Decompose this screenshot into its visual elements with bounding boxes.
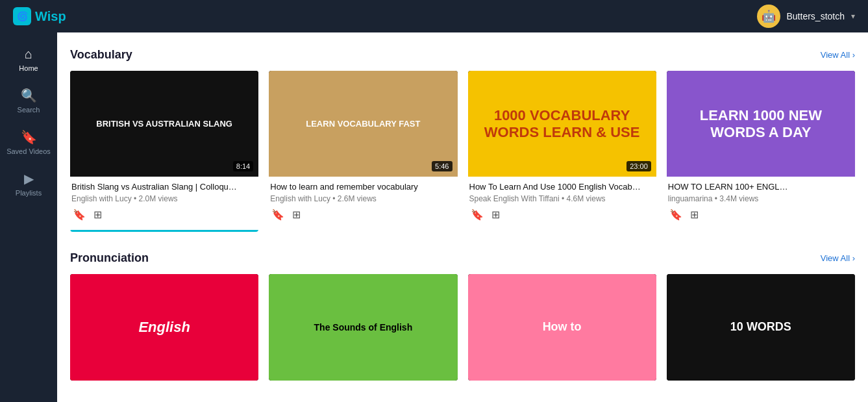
section-header-vocabulary: Vocabulary View All ›	[70, 48, 855, 62]
video-card-p1[interactable]: English	[70, 274, 258, 380]
username: Butters_stotch	[787, 11, 845, 21]
section-title-vocabulary: Vocabulary	[70, 48, 132, 62]
thumbnail-image-p3: How to	[468, 274, 656, 380]
view-all-vocabulary[interactable]: View All ›	[821, 50, 855, 60]
card-meta-v1: English with Lucy • 2.0M views	[71, 194, 257, 203]
add-to-playlist-button-v1[interactable]: ⊞	[92, 207, 103, 222]
thumbnail-image-v2: LEARN VOCABULARY FAST	[269, 71, 457, 177]
sidebar-item-playlists[interactable]: ▶ Playlists	[0, 163, 57, 205]
card-body-v2: How to learn and remember vocabulary Eng…	[269, 177, 457, 226]
card-title-v4: HOW TO LEARN 100+ ENGL…	[668, 182, 854, 192]
card-meta-v3: Speak English With Tiffani • 4.6M views	[469, 194, 655, 203]
sidebar-item-search[interactable]: 🔍 Search	[0, 80, 57, 121]
video-card-p4[interactable]: 10 WORDS	[667, 274, 855, 380]
thumbnail-v3: 1000 VOCABULARY WORDS LEARN & USE 23:00	[468, 71, 656, 177]
playlist-icon: ▶	[24, 171, 34, 186]
video-card-p3[interactable]: How to	[468, 274, 656, 380]
add-to-playlist-button-v3[interactable]: ⊞	[490, 207, 501, 222]
duration-v2: 5:46	[432, 161, 452, 171]
sidebar: ⌂ Home 🔍 Search 🔖 Saved Videos ▶ Playlis…	[0, 32, 57, 402]
thumbnail-v2: LEARN VOCABULARY FAST 5:46	[269, 71, 457, 177]
bookmark-button-v1[interactable]: 🔖	[71, 207, 87, 222]
card-actions-v2: 🔖 ⊞	[270, 207, 456, 222]
bookmark-icon: 🔖	[21, 129, 37, 145]
add-to-playlist-button-v2[interactable]: ⊞	[291, 207, 302, 222]
top-nav: 🌀 Wisp 🤖 Butters_stotch ▾	[0, 0, 868, 32]
app-logo[interactable]: 🌀 Wisp	[13, 7, 66, 25]
section-vocabulary: Vocabulary View All › BRITISH VS AUSTRAL…	[70, 48, 855, 232]
search-icon: 🔍	[21, 88, 37, 103]
scroll-indicator-v1	[70, 230, 258, 232]
sidebar-label-search: Search	[18, 106, 40, 114]
avatar: 🤖	[757, 5, 780, 28]
view-all-pronunciation[interactable]: View All ›	[821, 253, 855, 263]
vocabulary-cards-grid: BRITISH VS AUSTRALIAN SLANG 8:14 British…	[70, 71, 855, 232]
thumbnail-v1: BRITISH VS AUSTRALIAN SLANG 8:14	[70, 71, 258, 177]
card-body-v4: HOW TO LEARN 100+ ENGL… linguamarina • 3…	[667, 177, 855, 226]
section-title-pronunciation: Pronunciation	[70, 251, 149, 265]
card-actions-v3: 🔖 ⊞	[469, 207, 655, 222]
thumbnail-p4: 10 WORDS	[667, 274, 855, 380]
pronunciation-cards-grid: English The Sounds of English How to	[70, 274, 855, 380]
thumbnail-p2: The Sounds of English	[269, 274, 457, 380]
card-meta-v4: linguamarina • 3.4M views	[668, 194, 854, 203]
thumbnail-p3: How to	[468, 274, 656, 380]
card-title-v1: British Slang vs Australian Slang | Coll…	[71, 182, 257, 192]
sidebar-item-saved[interactable]: 🔖 Saved Videos	[0, 121, 57, 163]
card-actions-v4: 🔖 ⊞	[668, 207, 854, 222]
thumbnail-v4: LEARN 1000 NEW WORDS A DAY	[667, 71, 855, 177]
thumbnail-image-p2: The Sounds of English	[269, 274, 457, 380]
card-title-v3: How To Learn And Use 1000 English Vocab…	[469, 182, 655, 192]
bookmark-button-v4[interactable]: 🔖	[668, 207, 684, 222]
bookmark-button-v3[interactable]: 🔖	[469, 207, 485, 222]
chevron-down-icon: ▾	[851, 12, 855, 21]
video-card-v4[interactable]: LEARN 1000 NEW WORDS A DAY HOW TO LEARN …	[667, 71, 855, 232]
video-card-p2[interactable]: The Sounds of English	[269, 274, 457, 380]
duration-v3: 23:00	[626, 161, 651, 171]
card-body-v1: British Slang vs Australian Slang | Coll…	[70, 177, 258, 226]
video-card-v2[interactable]: LEARN VOCABULARY FAST 5:46 How to learn …	[269, 71, 457, 232]
sidebar-label-saved: Saved Videos	[6, 147, 51, 155]
card-actions-v1: 🔖 ⊞	[71, 207, 257, 222]
card-body-v3: How To Learn And Use 1000 English Vocab……	[468, 177, 656, 226]
card-title-v2: How to learn and remember vocabulary	[270, 182, 456, 192]
sidebar-label-playlists: Playlists	[16, 189, 42, 197]
section-header-pronunciation: Pronunciation View All ›	[70, 251, 855, 265]
app-name: Wisp	[35, 9, 66, 24]
thumbnail-image-p1: English	[70, 274, 258, 380]
card-meta-v2: English with Lucy • 2.6M views	[270, 194, 456, 203]
main-content: Vocabulary View All › BRITISH VS AUSTRAL…	[57, 32, 868, 402]
home-icon: ⌂	[25, 47, 32, 62]
logo-icon: 🌀	[13, 7, 31, 25]
video-card-v1[interactable]: BRITISH VS AUSTRALIAN SLANG 8:14 British…	[70, 71, 258, 232]
thumbnail-image-v1: BRITISH VS AUSTRALIAN SLANG	[70, 71, 258, 177]
thumbnail-image-p4: 10 WORDS	[667, 274, 855, 380]
video-card-v3[interactable]: 1000 VOCABULARY WORDS LEARN & USE 23:00 …	[468, 71, 656, 232]
duration-v1: 8:14	[233, 161, 253, 171]
user-menu[interactable]: 🤖 Butters_stotch ▾	[757, 5, 856, 28]
section-pronunciation: Pronunciation View All › English The Sou…	[70, 251, 855, 380]
sidebar-item-home[interactable]: ⌂ Home	[0, 39, 57, 80]
bookmark-button-v2[interactable]: 🔖	[270, 207, 286, 222]
thumbnail-p1: English	[70, 274, 258, 380]
add-to-playlist-button-v4[interactable]: ⊞	[689, 207, 700, 222]
thumbnail-image-v4: LEARN 1000 NEW WORDS A DAY	[667, 71, 855, 177]
sidebar-label-home: Home	[19, 64, 38, 72]
